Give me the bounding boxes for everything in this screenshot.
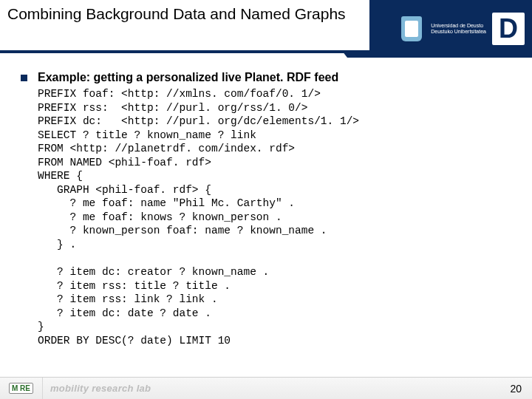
slide-header: Combining Background Data and Named Grap…	[0, 0, 532, 58]
title-bar: Combining Background Data and Named Grap…	[0, 0, 369, 53]
university-name: Universidad de Deusto Deustuko Unibertsi…	[431, 23, 486, 34]
square-bullet-icon	[21, 75, 27, 81]
university-shield-icon	[401, 16, 422, 41]
footer-badge-area: M RE	[0, 378, 43, 399]
page-number: 20	[510, 383, 522, 395]
slide-footer: M RE mobility research lab 20	[0, 377, 532, 399]
bullet-row: Example: getting a personalized live Pla…	[21, 71, 517, 84]
example-heading: Example: getting a personalized live Pla…	[38, 71, 338, 84]
footer-lab-text: mobility research lab	[50, 383, 151, 394]
slide-content: Example: getting a personalized live Pla…	[0, 58, 532, 347]
university-line2: Deustuko Unibertsitatea	[431, 29, 486, 35]
more-lab-badge: M RE	[9, 383, 33, 394]
example-heading-text: Example: getting a personalized live Pla…	[38, 71, 338, 83]
shield-inner-icon	[405, 21, 418, 37]
sparql-code-block: PREFIX foaf: <http: //xmlns. com/foaf/0.…	[38, 87, 517, 347]
university-line1: Universidad de Deusto	[431, 23, 486, 29]
deusto-d-logo-icon: D	[492, 13, 525, 45]
logo-band: Universidad de Deusto Deustuko Unibertsi…	[347, 0, 532, 58]
slide-title: Combining Background Data and Named Grap…	[7, 4, 362, 24]
